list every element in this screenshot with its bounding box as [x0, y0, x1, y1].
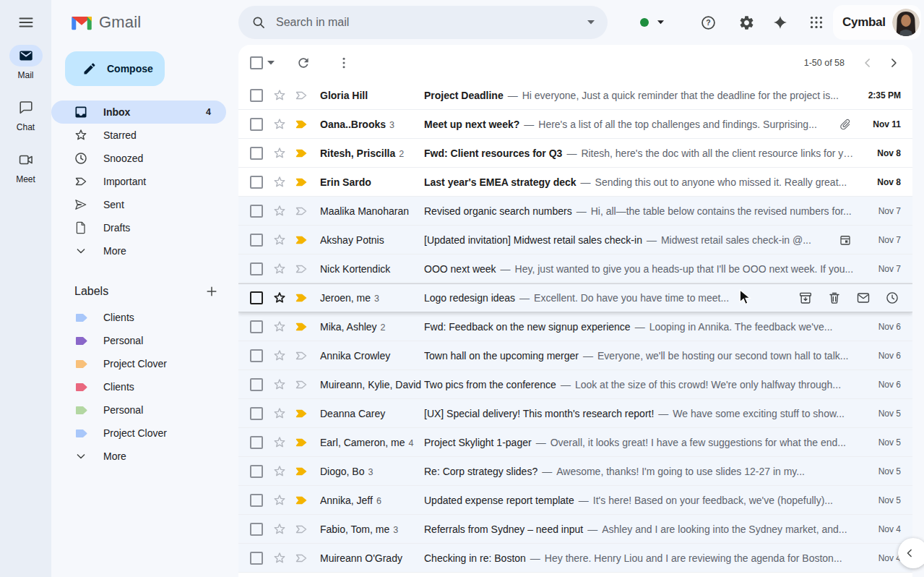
star-icon[interactable]	[272, 146, 287, 161]
email-row[interactable]: Deanna Carey [UX] Special delivery! This…	[238, 399, 912, 428]
importance-marker-icon[interactable]	[294, 262, 308, 276]
sidebar-item-starred[interactable]: Starred	[51, 124, 226, 147]
help-button[interactable]: ?	[694, 8, 722, 37]
labels-more[interactable]: More	[51, 445, 226, 468]
refresh-button[interactable]	[292, 51, 315, 74]
email-row[interactable]: Fabio, Tom, me 3 Referrals from Sydney –…	[238, 515, 912, 544]
email-row[interactable]: Oana..Brooks 3 Meet up next week? — Here…	[238, 110, 912, 139]
importance-marker-icon[interactable]	[294, 88, 308, 103]
importance-marker-icon[interactable]	[294, 464, 308, 479]
star-icon[interactable]	[272, 291, 287, 305]
importance-marker-icon[interactable]	[294, 320, 308, 334]
label-item[interactable]: Project Clover	[51, 352, 226, 375]
search-bar[interactable]	[238, 6, 608, 39]
star-icon[interactable]	[272, 435, 287, 450]
mark-read-icon[interactable]	[856, 291, 871, 305]
select-all-checkbox[interactable]	[250, 56, 263, 69]
snooze-icon[interactable]	[885, 291, 899, 305]
email-row[interactable]: Erin Sardo Last year's EMEA strategy dec…	[238, 168, 912, 197]
apps-button[interactable]	[802, 8, 831, 37]
select-checkbox[interactable]	[250, 234, 263, 247]
main-menu-button[interactable]	[0, 0, 51, 45]
select-checkbox[interactable]	[250, 291, 263, 304]
star-icon[interactable]	[272, 522, 287, 537]
older-page-button[interactable]	[881, 50, 907, 76]
sidebar-item-sent[interactable]: Sent	[51, 193, 226, 216]
select-checkbox[interactable]	[250, 89, 263, 102]
search-options-caret-icon[interactable]	[587, 20, 595, 25]
label-item[interactable]: Clients	[51, 306, 226, 329]
delete-icon[interactable]	[827, 291, 842, 305]
select-checkbox[interactable]	[250, 378, 263, 391]
star-icon[interactable]	[272, 551, 287, 565]
search-input[interactable]	[276, 16, 577, 29]
sidebar-item-more[interactable]: More	[51, 239, 226, 262]
email-row[interactable]: Nick Kortendick OOO next week — Hey, jus…	[238, 255, 912, 283]
newer-page-button[interactable]	[855, 50, 881, 76]
star-icon[interactable]	[272, 320, 287, 334]
email-row[interactable]: Earl, Cameron, me 4 Project Skylight 1-p…	[238, 428, 912, 457]
importance-marker-icon[interactable]	[294, 204, 308, 218]
importance-marker-icon[interactable]	[294, 551, 308, 565]
importance-marker-icon[interactable]	[294, 493, 308, 508]
more-options-button[interactable]	[332, 51, 355, 74]
select-checkbox[interactable]	[250, 436, 263, 449]
label-item[interactable]: Personal	[51, 329, 226, 352]
sidebar-item-snoozed[interactable]: Snoozed	[51, 147, 226, 170]
sidebar-item-drafts[interactable]: Drafts	[51, 216, 226, 239]
email-row[interactable]: Maalika Manoharan Revised organic search…	[238, 197, 912, 226]
star-icon[interactable]	[272, 204, 287, 218]
email-row[interactable]: Annika, Jeff 6 Updated expense report te…	[238, 486, 912, 515]
star-icon[interactable]	[272, 464, 287, 479]
select-checkbox[interactable]	[250, 147, 263, 160]
importance-marker-icon[interactable]	[294, 175, 308, 189]
add-label-button[interactable]	[204, 284, 219, 299]
settings-button[interactable]	[732, 8, 761, 37]
select-checkbox[interactable]	[250, 262, 263, 275]
star-icon[interactable]	[272, 233, 287, 247]
star-icon[interactable]	[272, 349, 287, 363]
select-checkbox[interactable]	[250, 176, 263, 189]
select-checkbox[interactable]	[250, 494, 263, 507]
email-row[interactable]: Annika Crowley Town hall on the upcoming…	[238, 341, 912, 370]
email-row[interactable]: Diogo, Bo 3 Re: Corp strategy slides? — …	[238, 457, 912, 486]
availability-status[interactable]	[640, 8, 664, 37]
select-checkbox[interactable]	[250, 349, 263, 362]
rail-item-meet[interactable]: Meet	[9, 149, 43, 184]
importance-marker-icon[interactable]	[294, 522, 308, 537]
email-row[interactable]: Muireann O'Grady Checking in re: Boston …	[238, 544, 912, 573]
importance-marker-icon[interactable]	[294, 435, 308, 450]
gemini-button[interactable]	[766, 8, 795, 37]
rail-item-chat[interactable]: Chat	[9, 97, 43, 132]
star-icon[interactable]	[272, 117, 287, 132]
star-icon[interactable]	[272, 88, 287, 103]
rail-item-mail[interactable]: Mail	[9, 45, 43, 80]
email-row[interactable]: Muireann, Kylie, David Two pics from the…	[238, 370, 912, 399]
label-item[interactable]: Clients	[51, 375, 226, 398]
side-panel-collapse-button[interactable]	[898, 538, 924, 568]
select-checkbox[interactable]	[250, 118, 263, 131]
importance-marker-icon[interactable]	[294, 377, 308, 392]
star-icon[interactable]	[272, 262, 287, 276]
email-row[interactable]: Akshay Potnis [Updated invitation] Midwe…	[238, 226, 912, 255]
select-checkbox[interactable]	[250, 407, 263, 420]
select-checkbox[interactable]	[250, 205, 263, 218]
star-icon[interactable]	[272, 175, 287, 189]
sidebar-item-important[interactable]: Important	[51, 170, 226, 193]
importance-marker-icon[interactable]	[294, 406, 308, 421]
sidebar-item-inbox[interactable]: Inbox 4	[51, 101, 226, 124]
label-item[interactable]: Project Clover	[51, 422, 226, 445]
star-icon[interactable]	[272, 377, 287, 392]
importance-marker-icon[interactable]	[294, 349, 308, 363]
importance-marker-icon[interactable]	[294, 117, 308, 132]
star-icon[interactable]	[272, 406, 287, 421]
select-checkbox[interactable]	[250, 523, 263, 536]
label-item[interactable]: Personal	[51, 398, 226, 422]
importance-marker-icon[interactable]	[294, 233, 308, 247]
email-row[interactable]: Gloria Hill Project Deadline — Hi everyo…	[238, 81, 912, 110]
select-checkbox[interactable]	[250, 465, 263, 478]
select-checkbox[interactable]	[250, 320, 263, 333]
email-row[interactable]: Jeroen, me 3 Logo redesign ideas — Excel…	[238, 283, 912, 312]
email-row[interactable]: Mika, Ashley 2 Fwd: Feedback on the new …	[238, 312, 912, 341]
select-caret-icon[interactable]	[267, 61, 275, 65]
